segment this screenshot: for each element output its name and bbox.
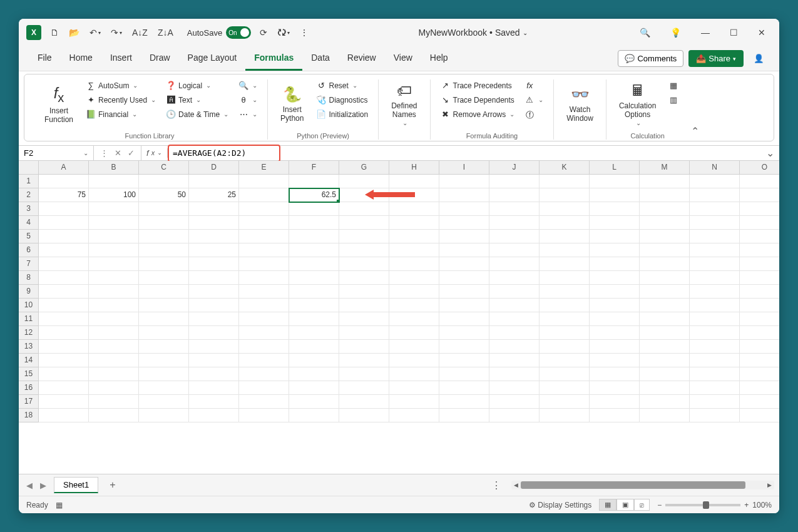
tab-draw[interactable]: Draw [141, 46, 179, 71]
add-sheet-button[interactable]: + [103, 477, 121, 493]
diagnostics-button[interactable]: 🩺Diagnostics [314, 94, 371, 106]
fx-button[interactable]: fx⌄ [141, 148, 168, 158]
cell-A6[interactable] [39, 243, 89, 257]
cell-A18[interactable] [39, 409, 89, 422]
cell-G15[interactable] [339, 367, 389, 381]
qat-overflow[interactable]: ⋮ [296, 25, 312, 40]
cell-C6[interactable] [139, 243, 189, 257]
cell-O6[interactable] [740, 243, 779, 257]
cell-H11[interactable] [389, 312, 439, 326]
tab-help[interactable]: Help [421, 46, 457, 71]
page-break-view-button[interactable]: ⎚ [634, 499, 650, 511]
zoom-in-button[interactable]: + [744, 501, 749, 509]
search-button[interactable]: 🔍 [633, 24, 657, 41]
cell-E2[interactable] [239, 188, 289, 202]
trace-dependents-button[interactable]: ↘Trace Dependents [438, 94, 518, 106]
cell-G8[interactable] [339, 271, 389, 285]
column-header-O[interactable]: O [740, 161, 779, 175]
cell-G16[interactable] [339, 381, 389, 395]
cell-L1[interactable] [590, 175, 640, 188]
cell-I10[interactable] [439, 299, 489, 312]
cell-J9[interactable] [489, 285, 540, 299]
reset-button[interactable]: ↺Reset [314, 79, 371, 91]
row-header-15[interactable]: 15 [19, 367, 39, 381]
cell-F10[interactable] [289, 299, 339, 312]
cell-C18[interactable] [139, 409, 189, 422]
cell-D6[interactable] [189, 243, 239, 257]
row-header-13[interactable]: 13 [19, 340, 39, 354]
cell-M3[interactable] [640, 202, 690, 216]
cell-B7[interactable] [89, 257, 139, 271]
normal-view-button[interactable]: ▦ [599, 499, 616, 511]
cell-L13[interactable] [590, 340, 640, 354]
cell-A10[interactable] [39, 299, 89, 312]
minimize-button[interactable]: — [695, 24, 716, 41]
cell-L7[interactable] [590, 257, 640, 271]
cell-D2[interactable]: 25 [189, 188, 239, 202]
cell-F9[interactable] [289, 285, 339, 299]
cell-J2[interactable] [489, 188, 540, 202]
cell-M15[interactable] [640, 367, 690, 381]
column-header-J[interactable]: J [489, 161, 540, 175]
cell-D11[interactable] [189, 312, 239, 326]
sync-button[interactable]: ⟳ [256, 25, 271, 40]
cell-L18[interactable] [590, 409, 640, 422]
cell-J13[interactable] [489, 340, 540, 354]
cell-N9[interactable] [690, 285, 740, 299]
cell-L10[interactable] [590, 299, 640, 312]
row-header-10[interactable]: 10 [19, 299, 39, 312]
cell-E4[interactable] [239, 216, 289, 230]
cell-K5[interactable] [540, 230, 590, 243]
cell-F11[interactable] [289, 312, 339, 326]
tab-page-layout[interactable]: Page Layout [179, 46, 246, 71]
cell-N8[interactable] [690, 271, 740, 285]
cell-C7[interactable] [139, 257, 189, 271]
cell-E8[interactable] [239, 271, 289, 285]
cell-E12[interactable] [239, 326, 289, 340]
logical-button[interactable]: ❓Logical [163, 79, 231, 91]
cell-H16[interactable] [389, 381, 439, 395]
cell-J5[interactable] [489, 230, 540, 243]
cell-M4[interactable] [640, 216, 690, 230]
recently-used-button[interactable]: ✦Recently Used [83, 94, 158, 106]
calc-sheet-button[interactable]: ▥ [666, 94, 681, 106]
cell-G3[interactable] [339, 202, 389, 216]
cell-B12[interactable] [89, 326, 139, 340]
cell-O9[interactable] [740, 285, 779, 299]
cell-E14[interactable] [239, 354, 289, 367]
row-header-1[interactable]: 1 [19, 175, 39, 188]
cell-O18[interactable] [740, 409, 779, 422]
row-header-9[interactable]: 9 [19, 285, 39, 299]
row-header-4[interactable]: 4 [19, 216, 39, 230]
cell-F18[interactable] [289, 409, 339, 422]
row-header-6[interactable]: 6 [19, 243, 39, 257]
cell-L6[interactable] [590, 243, 640, 257]
tips-button[interactable]: 💡 [664, 24, 687, 41]
text-button[interactable]: 🅰Text [163, 94, 231, 106]
cell-I7[interactable] [439, 257, 489, 271]
collapse-ribbon-button[interactable]: ⌃ [688, 123, 702, 140]
cell-G2[interactable] [339, 188, 389, 202]
cell-N3[interactable] [690, 202, 740, 216]
cell-D1[interactable] [189, 175, 239, 188]
cell-F5[interactable] [289, 230, 339, 243]
cell-G13[interactable] [339, 340, 389, 354]
cell-M6[interactable] [640, 243, 690, 257]
tab-view[interactable]: View [385, 46, 421, 71]
datetime-button[interactable]: 🕒Date & Time [163, 108, 231, 120]
cell-M9[interactable] [640, 285, 690, 299]
cell-I14[interactable] [439, 354, 489, 367]
cell-N13[interactable] [690, 340, 740, 354]
cell-H18[interactable] [389, 409, 439, 422]
cell-E1[interactable] [239, 175, 289, 188]
cell-M16[interactable] [640, 381, 690, 395]
cell-D18[interactable] [189, 409, 239, 422]
cell-F4[interactable] [289, 216, 339, 230]
cell-F14[interactable] [289, 354, 339, 367]
cell-O14[interactable] [740, 354, 779, 367]
cell-L8[interactable] [590, 271, 640, 285]
autosave-toggle[interactable]: AutoSave On [187, 26, 251, 39]
cell-H14[interactable] [389, 354, 439, 367]
cell-G11[interactable] [339, 312, 389, 326]
maximize-button[interactable]: ☐ [724, 24, 744, 41]
